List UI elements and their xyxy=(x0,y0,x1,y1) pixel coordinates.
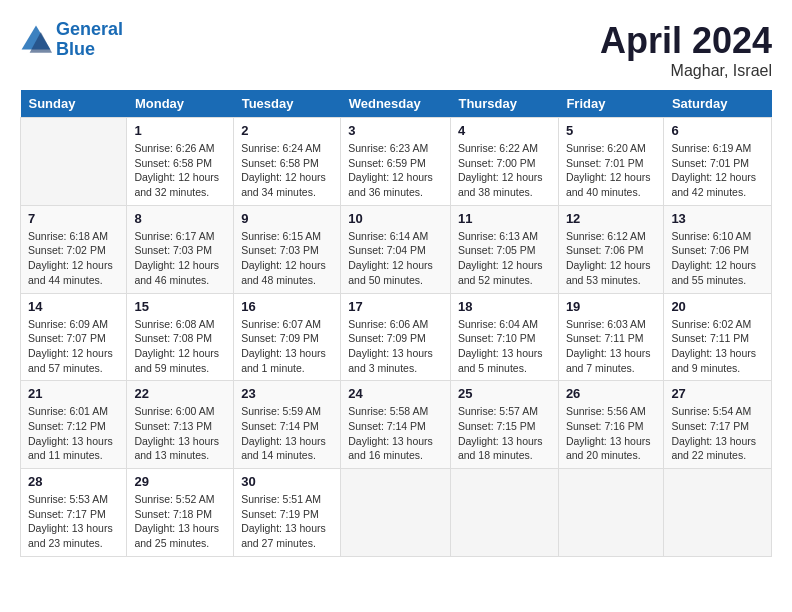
day-cell: 4Sunrise: 6:22 AMSunset: 7:00 PMDaylight… xyxy=(450,118,558,206)
day-number: 18 xyxy=(458,299,551,314)
day-number: 14 xyxy=(28,299,119,314)
day-number: 13 xyxy=(671,211,764,226)
logo-line1: General xyxy=(56,19,123,39)
day-cell: 28Sunrise: 5:53 AMSunset: 7:17 PMDayligh… xyxy=(21,469,127,557)
header-day-friday: Friday xyxy=(558,90,664,118)
day-info: Sunrise: 5:54 AMSunset: 7:17 PMDaylight:… xyxy=(671,404,764,463)
title-block: April 2024 Maghar, Israel xyxy=(600,20,772,80)
day-cell: 27Sunrise: 5:54 AMSunset: 7:17 PMDayligh… xyxy=(664,381,772,469)
day-info: Sunrise: 6:13 AMSunset: 7:05 PMDaylight:… xyxy=(458,229,551,288)
day-info: Sunrise: 6:00 AMSunset: 7:13 PMDaylight:… xyxy=(134,404,226,463)
header-day-monday: Monday xyxy=(127,90,234,118)
day-number: 25 xyxy=(458,386,551,401)
day-cell: 5Sunrise: 6:20 AMSunset: 7:01 PMDaylight… xyxy=(558,118,664,206)
day-info: Sunrise: 6:17 AMSunset: 7:03 PMDaylight:… xyxy=(134,229,226,288)
day-cell: 25Sunrise: 5:57 AMSunset: 7:15 PMDayligh… xyxy=(450,381,558,469)
day-number: 5 xyxy=(566,123,657,138)
day-info: Sunrise: 6:20 AMSunset: 7:01 PMDaylight:… xyxy=(566,141,657,200)
day-cell: 10Sunrise: 6:14 AMSunset: 7:04 PMDayligh… xyxy=(341,205,451,293)
day-cell xyxy=(21,118,127,206)
header-day-thursday: Thursday xyxy=(450,90,558,118)
day-number: 21 xyxy=(28,386,119,401)
day-info: Sunrise: 5:59 AMSunset: 7:14 PMDaylight:… xyxy=(241,404,333,463)
day-info: Sunrise: 6:01 AMSunset: 7:12 PMDaylight:… xyxy=(28,404,119,463)
month-title: April 2024 xyxy=(600,20,772,62)
day-info: Sunrise: 6:02 AMSunset: 7:11 PMDaylight:… xyxy=(671,317,764,376)
day-cell: 6Sunrise: 6:19 AMSunset: 7:01 PMDaylight… xyxy=(664,118,772,206)
calendar-header-row: SundayMondayTuesdayWednesdayThursdayFrid… xyxy=(21,90,772,118)
logo-text: General Blue xyxy=(56,20,123,60)
day-number: 3 xyxy=(348,123,443,138)
day-cell: 23Sunrise: 5:59 AMSunset: 7:14 PMDayligh… xyxy=(234,381,341,469)
day-number: 9 xyxy=(241,211,333,226)
day-number: 16 xyxy=(241,299,333,314)
logo: General Blue xyxy=(20,20,123,60)
day-cell: 16Sunrise: 6:07 AMSunset: 7:09 PMDayligh… xyxy=(234,293,341,381)
day-number: 4 xyxy=(458,123,551,138)
day-info: Sunrise: 6:03 AMSunset: 7:11 PMDaylight:… xyxy=(566,317,657,376)
day-info: Sunrise: 5:56 AMSunset: 7:16 PMDaylight:… xyxy=(566,404,657,463)
day-cell xyxy=(664,469,772,557)
header-day-saturday: Saturday xyxy=(664,90,772,118)
day-cell: 3Sunrise: 6:23 AMSunset: 6:59 PMDaylight… xyxy=(341,118,451,206)
day-info: Sunrise: 5:58 AMSunset: 7:14 PMDaylight:… xyxy=(348,404,443,463)
day-cell: 2Sunrise: 6:24 AMSunset: 6:58 PMDaylight… xyxy=(234,118,341,206)
day-cell: 8Sunrise: 6:17 AMSunset: 7:03 PMDaylight… xyxy=(127,205,234,293)
day-number: 1 xyxy=(134,123,226,138)
day-cell xyxy=(558,469,664,557)
day-number: 26 xyxy=(566,386,657,401)
day-number: 23 xyxy=(241,386,333,401)
day-info: Sunrise: 5:53 AMSunset: 7:17 PMDaylight:… xyxy=(28,492,119,551)
logo-line2: Blue xyxy=(56,39,95,59)
day-cell: 13Sunrise: 6:10 AMSunset: 7:06 PMDayligh… xyxy=(664,205,772,293)
day-number: 2 xyxy=(241,123,333,138)
day-number: 10 xyxy=(348,211,443,226)
day-number: 6 xyxy=(671,123,764,138)
week-row-5: 28Sunrise: 5:53 AMSunset: 7:17 PMDayligh… xyxy=(21,469,772,557)
day-cell: 26Sunrise: 5:56 AMSunset: 7:16 PMDayligh… xyxy=(558,381,664,469)
header-day-sunday: Sunday xyxy=(21,90,127,118)
day-cell xyxy=(341,469,451,557)
day-cell: 11Sunrise: 6:13 AMSunset: 7:05 PMDayligh… xyxy=(450,205,558,293)
day-info: Sunrise: 6:26 AMSunset: 6:58 PMDaylight:… xyxy=(134,141,226,200)
day-info: Sunrise: 6:04 AMSunset: 7:10 PMDaylight:… xyxy=(458,317,551,376)
day-info: Sunrise: 6:18 AMSunset: 7:02 PMDaylight:… xyxy=(28,229,119,288)
day-info: Sunrise: 6:15 AMSunset: 7:03 PMDaylight:… xyxy=(241,229,333,288)
day-info: Sunrise: 5:52 AMSunset: 7:18 PMDaylight:… xyxy=(134,492,226,551)
location: Maghar, Israel xyxy=(600,62,772,80)
day-cell: 21Sunrise: 6:01 AMSunset: 7:12 PMDayligh… xyxy=(21,381,127,469)
day-number: 15 xyxy=(134,299,226,314)
day-cell: 12Sunrise: 6:12 AMSunset: 7:06 PMDayligh… xyxy=(558,205,664,293)
calendar-table: SundayMondayTuesdayWednesdayThursdayFrid… xyxy=(20,90,772,557)
day-cell: 1Sunrise: 6:26 AMSunset: 6:58 PMDaylight… xyxy=(127,118,234,206)
day-cell: 30Sunrise: 5:51 AMSunset: 7:19 PMDayligh… xyxy=(234,469,341,557)
day-number: 27 xyxy=(671,386,764,401)
logo-icon xyxy=(20,24,52,56)
day-cell: 22Sunrise: 6:00 AMSunset: 7:13 PMDayligh… xyxy=(127,381,234,469)
day-number: 7 xyxy=(28,211,119,226)
day-info: Sunrise: 6:06 AMSunset: 7:09 PMDaylight:… xyxy=(348,317,443,376)
day-number: 30 xyxy=(241,474,333,489)
page-header: General Blue April 2024 Maghar, Israel xyxy=(20,20,772,80)
day-info: Sunrise: 6:24 AMSunset: 6:58 PMDaylight:… xyxy=(241,141,333,200)
day-number: 20 xyxy=(671,299,764,314)
day-cell: 17Sunrise: 6:06 AMSunset: 7:09 PMDayligh… xyxy=(341,293,451,381)
day-number: 11 xyxy=(458,211,551,226)
day-info: Sunrise: 5:57 AMSunset: 7:15 PMDaylight:… xyxy=(458,404,551,463)
day-number: 28 xyxy=(28,474,119,489)
day-cell: 18Sunrise: 6:04 AMSunset: 7:10 PMDayligh… xyxy=(450,293,558,381)
week-row-3: 14Sunrise: 6:09 AMSunset: 7:07 PMDayligh… xyxy=(21,293,772,381)
header-day-wednesday: Wednesday xyxy=(341,90,451,118)
day-number: 17 xyxy=(348,299,443,314)
day-info: Sunrise: 6:22 AMSunset: 7:00 PMDaylight:… xyxy=(458,141,551,200)
day-cell xyxy=(450,469,558,557)
day-number: 22 xyxy=(134,386,226,401)
week-row-1: 1Sunrise: 6:26 AMSunset: 6:58 PMDaylight… xyxy=(21,118,772,206)
day-info: Sunrise: 6:19 AMSunset: 7:01 PMDaylight:… xyxy=(671,141,764,200)
day-info: Sunrise: 6:08 AMSunset: 7:08 PMDaylight:… xyxy=(134,317,226,376)
week-row-2: 7Sunrise: 6:18 AMSunset: 7:02 PMDaylight… xyxy=(21,205,772,293)
day-cell: 15Sunrise: 6:08 AMSunset: 7:08 PMDayligh… xyxy=(127,293,234,381)
day-info: Sunrise: 6:10 AMSunset: 7:06 PMDaylight:… xyxy=(671,229,764,288)
day-number: 8 xyxy=(134,211,226,226)
day-cell: 24Sunrise: 5:58 AMSunset: 7:14 PMDayligh… xyxy=(341,381,451,469)
